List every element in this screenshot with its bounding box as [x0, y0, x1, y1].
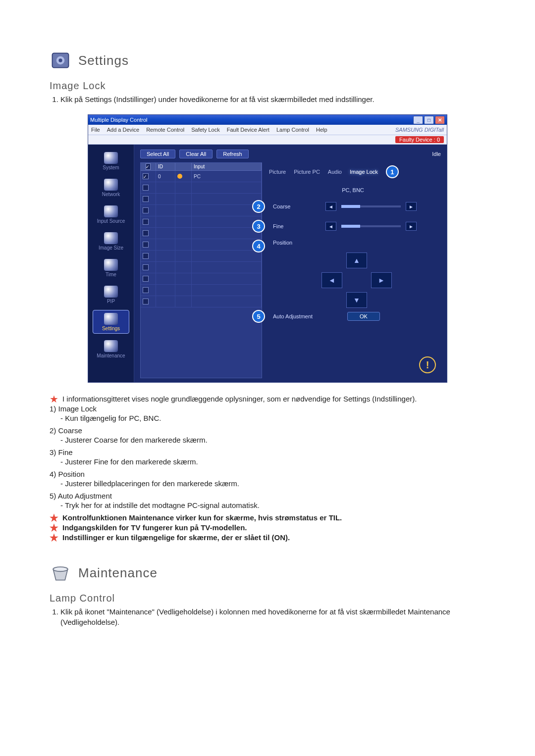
grid-header-input: Input	[192, 163, 262, 170]
grid-row-empty	[141, 262, 262, 273]
menu-help[interactable]: Help	[316, 127, 327, 133]
fault-badge: Faulty Device : 0	[395, 136, 444, 143]
coarse-row: 2 Coarse ◄ ►	[269, 200, 437, 213]
grid-header-status	[175, 163, 192, 170]
fine-inc-button[interactable]: ►	[406, 222, 417, 231]
coarse-inc-button[interactable]: ►	[406, 202, 417, 211]
position-label: Position	[273, 240, 321, 246]
ok-button[interactable]: OK	[347, 312, 380, 321]
right-panel: Picture Picture PC Audio Image Lock 1 PC…	[262, 162, 441, 378]
note-info-grid: ★ I informationsgitteret vises nogle gru…	[50, 395, 485, 403]
brand-label: SAMSUNG DIGITall	[395, 127, 444, 133]
maintenance-intro-list: Klik på ikonet "Maintenance" (Vedligehol…	[50, 607, 485, 627]
grid-header: ID Input	[141, 163, 262, 171]
grid-header-check[interactable]	[141, 163, 156, 170]
fine-slider[interactable]	[341, 225, 401, 227]
tab-bar: Picture Picture PC Audio Image Lock 1	[269, 165, 437, 178]
grid-header-id: ID	[156, 163, 175, 170]
clear-all-button[interactable]: Clear All	[179, 150, 213, 158]
enum-3-label: 3) Fine	[50, 448, 485, 456]
device-grid: ID Input 0 PC	[140, 162, 262, 378]
image-lock-title: Image Lock	[50, 80, 485, 92]
position-row: 4 Position	[269, 240, 437, 252]
enum-5-sub: - Tryk her for at indstille det modtagne…	[60, 501, 485, 509]
note-tv: ★ Indgangskilden for TV fungerer kun på …	[50, 523, 485, 532]
note-on: ★ Indstillinger er kun tilgængelige for …	[50, 533, 485, 542]
position-right-button[interactable]: ►	[371, 272, 392, 288]
maintenance-section-icon	[50, 562, 71, 584]
titlebar: Multiple Display Control _ □ ✕	[88, 115, 447, 125]
menu-safety-lock[interactable]: Safety Lock	[191, 127, 219, 133]
menu-remote-control[interactable]: Remote Control	[146, 127, 184, 133]
enum-2-label: 2) Coarse	[50, 426, 485, 435]
grid-row-empty	[141, 285, 262, 296]
grid-row-empty	[141, 273, 262, 285]
select-all-button[interactable]: Select All	[140, 150, 175, 158]
settings-intro-item: Klik på Settings (Indstillinger) under h…	[60, 95, 485, 104]
maintenance-header: Maintenance	[50, 562, 485, 584]
menu-file[interactable]: File	[91, 127, 100, 133]
fine-row: 3 Fine ◄ ►	[269, 220, 437, 233]
grid-row-empty	[141, 205, 262, 216]
auto-adjustment-label: Auto Adjustment	[273, 313, 342, 319]
menu-add-device[interactable]: Add a Device	[107, 127, 139, 133]
position-up-button[interactable]: ▲	[346, 252, 367, 268]
sidebar-item-image-size[interactable]: Image Size	[93, 230, 129, 252]
grid-row-0[interactable]: 0 PC	[141, 171, 262, 182]
status-bar: Faulty Device : 0	[88, 135, 447, 145]
tab-picture-pc[interactable]: Picture PC	[294, 169, 320, 175]
svg-point-4	[53, 567, 67, 571]
system-icon	[104, 152, 118, 164]
settings-intro-list: Klik på Settings (Indstillinger) under h…	[50, 95, 485, 104]
coarse-dec-button[interactable]: ◄	[325, 202, 336, 211]
settings-title: Settings	[78, 53, 129, 68]
menu-lamp-control[interactable]: Lamp Control	[276, 127, 309, 133]
enum-5-label: 5) Auto Adjustment	[50, 492, 485, 500]
sidebar-item-maintenance[interactable]: Maintenance	[93, 338, 129, 360]
tab-picture[interactable]: Picture	[269, 169, 286, 175]
tab-image-lock[interactable]: Image Lock	[350, 169, 378, 175]
grid-row-empty	[141, 239, 262, 251]
sidebar-item-network[interactable]: Network	[93, 176, 129, 199]
sidebar-item-settings[interactable]: Settings	[93, 310, 129, 334]
image-size-icon	[104, 232, 118, 244]
sidebar-item-system[interactable]: System	[93, 150, 129, 172]
input-source-icon	[104, 205, 118, 217]
position-pad: ▲ ◄ ► ▼	[317, 252, 396, 307]
sidebar: System Network Input Source Image Size T…	[88, 145, 134, 382]
time-icon	[104, 259, 118, 271]
star-icon: ★	[50, 523, 58, 532]
callout-3: 3	[252, 220, 265, 233]
sidebar-item-pip[interactable]: PIP	[93, 283, 129, 306]
fine-dec-button[interactable]: ◄	[325, 222, 336, 231]
maintenance-icon	[104, 340, 118, 352]
enum-1-sub: - Kun tilgængelig for PC, BNC.	[60, 414, 485, 422]
sidebar-item-input-source[interactable]: Input Source	[93, 203, 129, 226]
enum-2-sub: - Justerer Coarse for den markerede skær…	[60, 436, 485, 444]
coarse-label: Coarse	[273, 203, 321, 209]
settings-icon	[104, 313, 118, 325]
idle-label: Idle	[432, 151, 441, 157]
refresh-button[interactable]: Refresh	[216, 150, 249, 158]
enum-4-sub: - Justerer billedplaceringen for den mar…	[60, 479, 485, 488]
callout-2: 2	[252, 200, 265, 213]
tab-audio[interactable]: Audio	[328, 169, 342, 175]
menubar: File Add a Device Remote Control Safety …	[88, 125, 447, 135]
coarse-slider[interactable]	[341, 205, 401, 207]
sidebar-item-time[interactable]: Time	[93, 256, 129, 279]
star-icon: ★	[50, 513, 58, 522]
close-button[interactable]: ✕	[435, 116, 445, 124]
maintenance-title: Maintenance	[78, 565, 158, 581]
settings-header: Settings	[50, 50, 485, 71]
network-icon	[104, 179, 118, 191]
minimize-button[interactable]: _	[413, 116, 423, 124]
position-left-button[interactable]: ◄	[321, 272, 342, 288]
callout-1: 1	[386, 165, 399, 178]
maximize-button[interactable]: □	[424, 116, 434, 124]
menu-fault-alert[interactable]: Fault Device Alert	[227, 127, 269, 133]
app-title: Multiple Display Control	[90, 117, 148, 123]
info-icon: !	[419, 356, 436, 373]
position-down-button[interactable]: ▼	[346, 292, 367, 308]
grid-row-empty	[141, 182, 262, 194]
pip-icon	[104, 286, 118, 298]
